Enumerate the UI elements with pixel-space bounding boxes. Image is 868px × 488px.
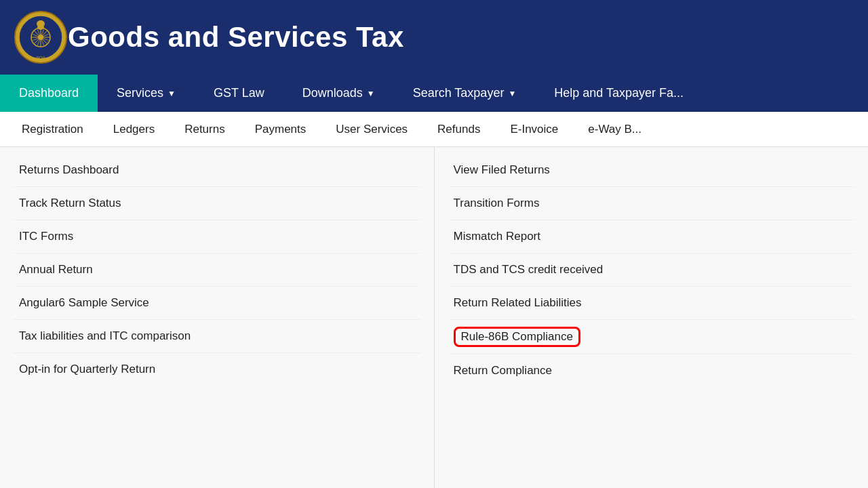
downloads-arrow-icon: ▼ — [367, 89, 375, 98]
menu-mismatch-report[interactable]: Mismatch Report — [448, 220, 855, 253]
nav-returns[interactable]: Returns — [170, 112, 240, 146]
search-taxpayer-arrow-icon: ▼ — [508, 89, 516, 98]
menu-itc-forms[interactable]: ITC Forms — [14, 220, 420, 253]
services-label: Services — [117, 86, 163, 100]
menu-return-related-liabilities[interactable]: Return Related Liabilities — [448, 287, 855, 320]
menu-angular6-sample[interactable]: Angular6 Sample Service — [14, 287, 420, 320]
secondary-navigation: Registration Ledgers Returns Payments Us… — [0, 112, 868, 147]
nav-payments[interactable]: Payments — [240, 112, 321, 146]
nav-e-invoice[interactable]: E-Invoice — [495, 112, 573, 146]
menu-view-filed-returns[interactable]: View Filed Returns — [448, 154, 855, 187]
menu-returns-dashboard[interactable]: Returns Dashboard — [14, 154, 420, 187]
services-arrow-icon: ▼ — [167, 89, 176, 98]
right-menu-column: View Filed Returns Transition Forms Mism… — [435, 147, 869, 488]
nav-dashboard[interactable]: Dashboard — [0, 75, 98, 112]
nav-downloads[interactable]: Downloads ▼ — [283, 75, 394, 112]
nav-user-services[interactable]: User Services — [321, 112, 422, 146]
menu-rule-86b-compliance[interactable]: Rule-86B Compliance — [454, 327, 580, 347]
india-emblem-logo: INDIA — [14, 10, 68, 64]
svg-point-13 — [37, 24, 44, 30]
nav-registration[interactable]: Registration — [7, 112, 98, 146]
primary-navigation: Dashboard Services ▼ GST Law Downloads ▼… — [0, 75, 868, 112]
menu-return-compliance[interactable]: Return Compliance — [448, 354, 855, 387]
nav-gst-law[interactable]: GST Law — [195, 75, 283, 112]
nav-services[interactable]: Services ▼ — [98, 75, 195, 112]
nav-e-way-bill[interactable]: e-Way B... — [573, 112, 656, 146]
svg-text:INDIA: INDIA — [36, 56, 45, 60]
downloads-label: Downloads — [302, 86, 363, 100]
menu-annual-return[interactable]: Annual Return — [14, 253, 420, 287]
nav-refunds[interactable]: Refunds — [422, 112, 495, 146]
nav-ledgers[interactable]: Ledgers — [98, 112, 170, 146]
page-header: INDIA Goods and Services Tax — [0, 0, 868, 75]
site-title: Goods and Services Tax — [68, 21, 404, 54]
menu-tds-tcs-credit[interactable]: TDS and TCS credit received — [448, 253, 855, 287]
search-taxpayer-label: Search Taxpayer — [413, 86, 505, 100]
menu-opt-in-quarterly[interactable]: Opt-in for Quarterly Return — [14, 353, 420, 386]
menu-tax-liabilities[interactable]: Tax liabilities and ITC comparison — [14, 320, 420, 353]
nav-help[interactable]: Help and Taxpayer Fa... — [535, 75, 703, 112]
left-menu-column: Returns Dashboard Track Return Status IT… — [0, 147, 435, 488]
menu-rule-86b-compliance-wrapper: Rule-86B Compliance — [448, 320, 855, 354]
nav-search-taxpayer[interactable]: Search Taxpayer ▼ — [394, 75, 536, 112]
menu-track-return-status[interactable]: Track Return Status — [14, 187, 420, 220]
menu-transition-forms[interactable]: Transition Forms — [448, 187, 855, 220]
returns-dropdown-menu: Returns Dashboard Track Return Status IT… — [0, 147, 868, 488]
